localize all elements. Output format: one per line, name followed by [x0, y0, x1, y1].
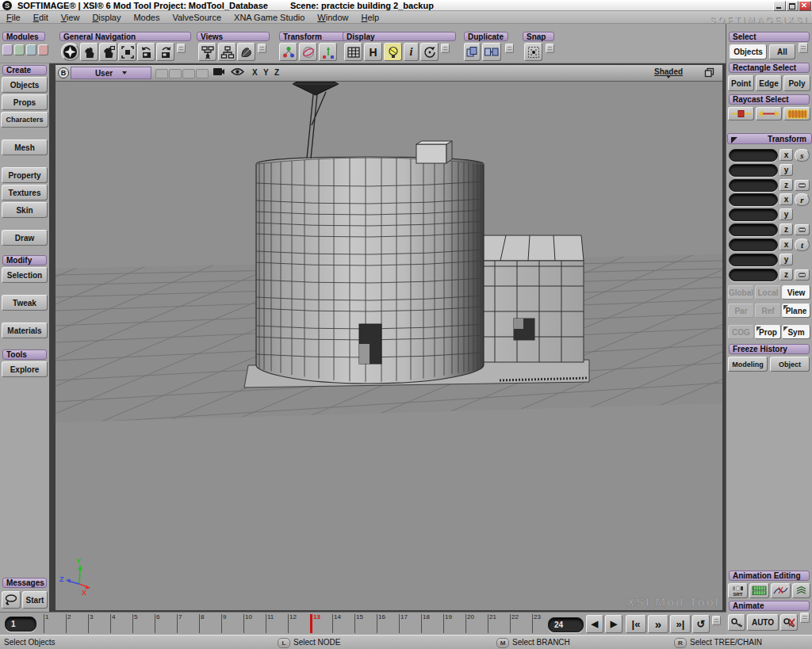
scale-options-button[interactable] [795, 180, 810, 191]
snap-grid-icon[interactable] [524, 43, 542, 61]
menu-xna-game-studio[interactable]: XNA Game Studio [228, 13, 311, 22]
scale-y-field[interactable] [729, 164, 778, 177]
select-objects-button[interactable]: Objects [730, 44, 767, 59]
camera-select-dropdown[interactable]: User [71, 67, 151, 79]
translate-x-axis-button[interactable]: x [779, 239, 793, 250]
animation-layers-icon[interactable] [792, 583, 810, 598]
viewport-d-button[interactable] [196, 69, 209, 78]
module-model-button[interactable] [2, 44, 13, 55]
translate-y-axis-button[interactable]: y [779, 254, 793, 265]
rotate-x-field[interactable] [729, 193, 778, 206]
lasso-messages-icon[interactable] [2, 591, 21, 609]
close-button[interactable] [799, 1, 811, 11]
menu-modes[interactable]: Modes [127, 13, 166, 22]
select-menu-button[interactable] [799, 43, 808, 53]
end-frame-field[interactable]: 24 [548, 617, 584, 632]
create-characters-button[interactable]: Characters [1, 112, 48, 128]
rotate-tool-icon[interactable] [299, 43, 317, 61]
pan-hand-icon[interactable] [80, 43, 98, 61]
create-property-button[interactable]: Property [2, 167, 48, 183]
dopesheet-icon[interactable] [749, 583, 769, 598]
translate-options-button[interactable] [795, 269, 810, 281]
refresh-display-icon[interactable] [420, 43, 439, 61]
duplicate-menu-button[interactable] [505, 44, 514, 53]
create-props-button[interactable]: Props [2, 94, 48, 110]
translate-z-field[interactable] [729, 269, 778, 281]
navigate-compass-icon[interactable] [61, 43, 79, 61]
rotate-options-button[interactable] [795, 224, 810, 235]
refmode-prop-button[interactable]: Prop [755, 325, 781, 339]
refmode-plane-button[interactable]: Plane [782, 304, 810, 318]
menu-display[interactable]: Display [86, 13, 127, 22]
viewport-a-button[interactable] [155, 69, 168, 78]
duplicate-single-icon[interactable] [464, 43, 481, 61]
viewport-resize-icon[interactable] [704, 67, 714, 78]
viewport-memo-button[interactable]: B [58, 67, 69, 78]
undo-camera-icon[interactable] [137, 43, 155, 61]
headlight-toggle-button[interactable]: H [364, 43, 382, 61]
module-render-button[interactable] [26, 44, 36, 55]
scale-x-field[interactable] [729, 149, 778, 162]
info-display-button[interactable]: i [404, 43, 419, 61]
create-objects-button[interactable]: Objects [2, 77, 48, 93]
refmode-sym-button[interactable]: Sym [782, 325, 810, 339]
rect-select-point-button[interactable]: Point [728, 75, 754, 91]
rotate-z-field[interactable] [729, 223, 778, 236]
modify-materials-button[interactable]: Materials [2, 323, 48, 338]
playback-menu-button[interactable] [712, 616, 721, 625]
collapse-triangle-icon[interactable] [731, 137, 737, 143]
grid-toggle-icon[interactable] [344, 43, 362, 61]
translate-x-field[interactable] [729, 239, 778, 251]
axis-y-toggle[interactable]: Y [263, 68, 269, 77]
set-key-icon[interactable] [728, 614, 745, 631]
scale-mode-button[interactable]: s [795, 149, 810, 162]
menu-help[interactable]: Help [354, 13, 385, 22]
menu-window[interactable]: Window [311, 13, 354, 22]
freeze-modeling-button[interactable]: Modeling [728, 357, 768, 372]
select-all-button[interactable]: All [769, 44, 795, 59]
viewport-b-button[interactable] [169, 69, 182, 78]
create-textures-button[interactable]: Textures [2, 185, 48, 200]
create-mesh-button[interactable]: Mesh [2, 139, 48, 155]
frame-selection-icon[interactable] [118, 43, 136, 61]
scale-z-field[interactable] [729, 179, 778, 192]
general-navigation-menu-button[interactable] [177, 44, 186, 53]
raycast-poly-icon[interactable] [783, 107, 810, 120]
refmode-par-button[interactable]: Par [728, 304, 754, 318]
menu-file[interactable]: File [0, 13, 27, 22]
step-forward-button[interactable]: ▶ [605, 615, 622, 633]
timeline-ruler[interactable]: 1234567891011121314151617181920212223 [0, 613, 555, 635]
snap-menu-button[interactable] [546, 44, 554, 53]
tools-explore-button[interactable]: Explore [2, 361, 48, 377]
translate-tool-icon[interactable] [279, 43, 297, 61]
loop-button[interactable]: ↺ [692, 615, 710, 633]
translate-y-field[interactable] [729, 254, 778, 266]
rotate-mode-button[interactable]: r [795, 193, 810, 206]
modify-selection-button[interactable]: Selection [2, 267, 48, 283]
dolly-hand-icon[interactable] [99, 43, 117, 61]
axis-z-toggle[interactable]: Z [274, 68, 279, 77]
srt-animation-icon[interactable]: SRT [728, 583, 748, 598]
scale-x-axis-button[interactable]: x [779, 149, 793, 161]
refmode-global-button[interactable]: Global [728, 285, 754, 300]
maximize-button[interactable] [786, 1, 799, 11]
minimize-button[interactable] [773, 1, 786, 11]
rect-select-edge-button[interactable]: Edge [756, 75, 782, 91]
refmode-ref-button[interactable]: Ref [755, 304, 781, 318]
animate-menu-button[interactable] [800, 613, 810, 623]
freeze-object-button[interactable]: Object [770, 357, 810, 372]
raycast-point-icon[interactable] [728, 107, 754, 120]
menu-edit[interactable]: Edit [27, 13, 55, 22]
duplicate-multiple-icon[interactable] [482, 43, 501, 61]
modify-tweak-button[interactable]: Tweak [2, 295, 48, 311]
refmode-cog-button[interactable]: COG [728, 325, 754, 339]
rotate-y-axis-button[interactable]: y [779, 208, 793, 220]
rotate-y-field[interactable] [729, 208, 778, 221]
step-back-button[interactable]: ◀ [586, 615, 603, 633]
scale-y-axis-button[interactable]: y [779, 164, 793, 176]
rotate-x-axis-button[interactable]: x [779, 193, 793, 205]
raycast-edge-icon[interactable] [756, 107, 782, 120]
browser-leaf-icon[interactable] [237, 43, 255, 61]
module-animate-button[interactable] [14, 44, 25, 55]
scale-z-axis-button[interactable]: z [779, 179, 793, 191]
